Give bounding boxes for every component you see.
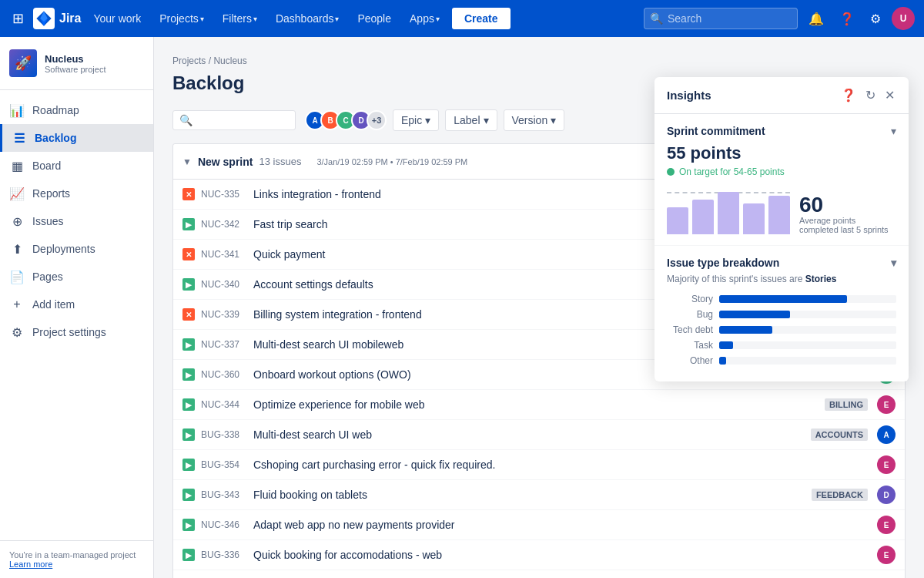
- bar-5: [768, 196, 790, 234]
- learn-more-link[interactable]: Learn more: [9, 560, 52, 569]
- nav-people[interactable]: People: [351, 8, 397, 29]
- breakdown-bar-bg: [719, 326, 896, 334]
- story-icon: ▶: [182, 519, 195, 531]
- breadcrumb-projects[interactable]: Projects: [172, 55, 206, 66]
- bug-icon: ✕: [182, 248, 195, 260]
- create-button[interactable]: Create: [452, 8, 511, 29]
- sidebar-item-issues[interactable]: ⊕ Issues: [0, 207, 153, 235]
- label-filter[interactable]: Label ▾: [445, 109, 497, 131]
- insights-close-icon[interactable]: ✕: [883, 86, 896, 104]
- breakdown-bar: [719, 357, 726, 365]
- backlog-search-input[interactable]: [197, 115, 289, 126]
- nav-apps-chevron: ▾: [436, 15, 440, 23]
- story-icon: ▶: [182, 428, 195, 441]
- sprint-commitment-title: Sprint commitment: [667, 125, 765, 137]
- issue-key: BUG-354: [201, 459, 247, 470]
- breadcrumb-nucleus[interactable]: Nucleus: [213, 55, 246, 66]
- sprint-commitment-chevron[interactable]: ▾: [891, 125, 896, 137]
- nav-projects[interactable]: Projects ▾: [153, 8, 210, 29]
- chart-label: Average points: [799, 216, 889, 225]
- issue-breakdown-section: Issue type breakdown ▾ Majority of this …: [654, 246, 909, 381]
- on-target-dot: [667, 168, 675, 176]
- issue-title: Multi-dest search UI web: [253, 428, 805, 441]
- issue-row[interactable]: ▶BUG-343Fluid booking on tabletsFEEDBACK…: [173, 480, 905, 510]
- notifications-icon[interactable]: 🔔: [804, 7, 829, 31]
- issue-row[interactable]: ▶BUG-354Cshoping cart purchasing error -…: [173, 450, 905, 480]
- project-icon: 🚀: [9, 49, 37, 77]
- sprint-commitment-section: Sprint commitment ▾ 55 points On target …: [654, 114, 909, 246]
- epic-filter[interactable]: Epic ▾: [393, 109, 439, 131]
- chart-sublabel: completed last 5 sprints: [799, 225, 889, 234]
- reports-icon: 📈: [9, 186, 25, 201]
- issue-label: FEEDBACK: [812, 489, 868, 501]
- sidebar-item-board[interactable]: ▦ Board: [0, 152, 153, 180]
- issue-row[interactable]: ▶NUC-346Adapt web app no new payments pr…: [173, 510, 905, 540]
- story-icon: ▶: [182, 549, 195, 561]
- sidebar-item-roadmap[interactable]: 📊 Roadmap: [0, 96, 153, 124]
- sidebar-item-reports[interactable]: 📈 Reports: [0, 180, 153, 207]
- avatar-count[interactable]: +3: [367, 110, 387, 130]
- issue-key: BUG-343: [201, 489, 247, 500]
- issue-avatar: A: [877, 425, 896, 444]
- issue-breakdown-title: Issue type breakdown: [667, 257, 779, 269]
- insights-refresh-icon[interactable]: ↻: [864, 86, 877, 104]
- user-avatar[interactable]: U: [892, 7, 915, 30]
- sidebar-item-backlog[interactable]: ☰ Backlog: [0, 124, 153, 152]
- issue-key: NUC-337: [201, 339, 247, 350]
- story-icon: ▶: [182, 459, 195, 471]
- breakdown-bar: [719, 341, 733, 349]
- breakdown-label: Story: [667, 294, 713, 304]
- board-icon: ▦: [9, 158, 25, 173]
- breakdown-bar: [719, 311, 790, 318]
- nav-apps[interactable]: Apps ▾: [403, 8, 446, 29]
- sprint-commitment-points: 55 points: [667, 143, 896, 163]
- nav-dashboards[interactable]: Dashboards ▾: [270, 8, 346, 29]
- jira-logo[interactable]: Jira: [33, 8, 81, 29]
- sidebar-item-add-item[interactable]: + Add item: [0, 291, 153, 318]
- breakdown-row: Tech debt: [667, 324, 896, 335]
- sprint-name: New sprint: [198, 156, 253, 168]
- deployments-icon: ⬆: [9, 241, 25, 257]
- story-icon: ▶: [182, 218, 195, 230]
- issue-avatar: E: [877, 455, 896, 474]
- sprint-collapse-chevron[interactable]: ▼: [182, 156, 192, 167]
- story-icon: ▶: [182, 368, 195, 381]
- grid-icon[interactable]: ⊞: [9, 7, 27, 30]
- sidebar-item-deployments[interactable]: ⬆ Deployments: [0, 235, 153, 263]
- issue-row[interactable]: ▶NUC-344Optimize experience for mobile w…: [173, 390, 905, 420]
- create-issue-row[interactable]: + Create issue: [173, 570, 905, 578]
- breakdown-highlight: Stories: [805, 274, 837, 284]
- issue-title: Cshoping cart purchasing error - quick f…: [253, 459, 871, 471]
- version-filter[interactable]: Version ▾: [504, 109, 565, 131]
- issue-title: Quick booking for accomodations - web: [253, 549, 871, 561]
- nav-your-work[interactable]: Your work: [87, 8, 147, 29]
- issue-row[interactable]: ▶BUG-336Quick booking for accomodations …: [173, 540, 905, 570]
- jira-logo-img: [33, 8, 55, 29]
- jira-logo-text: Jira: [59, 12, 81, 25]
- sprint-dates: 3/Jan/19 02:59 PM • 7/Feb/19 02:59 PM: [316, 157, 467, 166]
- issue-key: BUG-336: [201, 549, 247, 560]
- settings-icon[interactable]: ⚙: [865, 7, 886, 31]
- search-icon: 🔍: [650, 12, 663, 25]
- story-icon: ▶: [182, 489, 195, 501]
- nav-projects-chevron: ▾: [200, 15, 204, 23]
- sidebar-item-project-settings[interactable]: ⚙ Project settings: [0, 318, 153, 346]
- search-input[interactable]: [644, 8, 798, 29]
- avatars-group: A B C D +3: [305, 110, 387, 130]
- help-icon[interactable]: ❓: [835, 7, 859, 31]
- nav-filters[interactable]: Filters ▾: [216, 8, 263, 29]
- insights-panel-header: Insights ❓ ↻ ✕: [654, 77, 909, 114]
- backlog-search-box[interactable]: 🔍: [172, 110, 296, 130]
- bug-icon: ✕: [182, 188, 195, 200]
- sidebar-item-pages[interactable]: 📄 Pages: [0, 263, 153, 291]
- breakdown-row: Task: [667, 340, 896, 351]
- issue-breakdown-chevron[interactable]: ▾: [891, 257, 896, 269]
- epic-chevron: ▾: [425, 114, 430, 126]
- issue-key: BUG-338: [201, 429, 247, 440]
- issue-avatar: E: [877, 516, 896, 534]
- issue-row[interactable]: ▶BUG-338Multi-dest search UI webACCOUNTS…: [173, 420, 905, 450]
- search-wrap: 🔍: [644, 8, 798, 29]
- insights-help-icon[interactable]: ❓: [839, 86, 858, 104]
- issue-key: NUC-344: [201, 399, 247, 410]
- issue-key: NUC-342: [201, 219, 247, 230]
